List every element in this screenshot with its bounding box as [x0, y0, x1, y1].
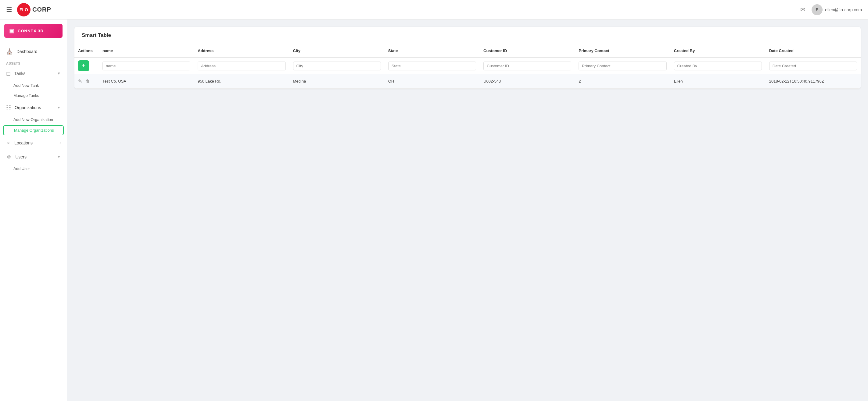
row-primary-contact-cell: 2: [575, 74, 670, 89]
filter-date-created-cell: [766, 58, 861, 74]
row-state-cell: OH: [384, 74, 480, 89]
dashboard-label: Dashboard: [17, 49, 61, 54]
filter-customer-id-cell: [480, 58, 575, 74]
email-icon[interactable]: ✉: [800, 6, 805, 13]
logo-corp-text: CORP: [32, 6, 51, 13]
row-city-cell: Medina: [289, 74, 384, 89]
col-header-name: name: [99, 44, 194, 58]
assets-section-label: ASSETS: [0, 59, 67, 66]
filter-city-input[interactable]: [293, 62, 381, 70]
locations-chevron-icon: ‹: [60, 141, 61, 145]
row-customer-id-cell: U002-543: [480, 74, 575, 89]
tanks-chevron-icon: ▼: [57, 71, 61, 75]
tanks-label: Tanks: [14, 71, 53, 76]
avatar: E: [812, 4, 823, 15]
row-address-cell: 950 Lake Rd.: [194, 74, 289, 89]
col-header-actions: Actions: [74, 44, 99, 58]
filter-primary-contact-input[interactable]: [579, 62, 666, 70]
filter-date-created-input[interactable]: [769, 62, 857, 70]
filter-state-cell: [384, 58, 480, 74]
user-email-label: ellen@flo-corp.com: [825, 7, 862, 12]
add-record-button[interactable]: +: [78, 60, 89, 71]
filter-state-input[interactable]: [388, 62, 476, 70]
smart-table-card: Smart Table Actions name Address: [74, 27, 861, 89]
dashboard-icon: ⛪: [6, 48, 13, 55]
topnav-right: ✉ E ellen@flo-corp.com: [800, 4, 862, 15]
top-navigation: ☰ FLO CORP ✉ E ellen@flo-corp.com: [0, 0, 868, 20]
organizations-chevron-icon: ▼: [57, 105, 61, 110]
logo-flo-text: FLO: [20, 7, 28, 12]
hamburger-menu-icon[interactable]: ☰: [6, 6, 12, 14]
filter-actions-cell: +: [74, 58, 99, 74]
filter-name-input[interactable]: [102, 62, 190, 70]
logo-circle: FLO: [17, 3, 31, 16]
filter-primary-contact-cell: [575, 58, 670, 74]
col-header-city: City: [289, 44, 384, 58]
user-menu[interactable]: E ellen@flo-corp.com: [812, 4, 862, 15]
main-content: Smart Table Actions name Address: [67, 20, 868, 401]
connex-3d-button[interactable]: ▣ CONNEX 3D: [4, 24, 63, 38]
col-header-date-created: Date Created: [766, 44, 861, 58]
users-label: Users: [15, 155, 53, 159]
connex-icon: ▣: [9, 27, 14, 34]
sidebar-item-add-tank[interactable]: Add New Tank: [0, 80, 67, 91]
users-chevron-icon: ▼: [57, 155, 61, 159]
filter-customer-id-input[interactable]: [484, 62, 571, 70]
locations-label: Locations: [14, 140, 56, 145]
col-header-address: Address: [194, 44, 289, 58]
table-row: ✎ 🗑 Test Co. USA 950 Lake Rd.: [74, 74, 861, 89]
organizations-label: Organizations: [14, 105, 53, 110]
sidebar-item-organizations[interactable]: ☷ Organizations ▼: [0, 101, 67, 114]
table-header-row: Actions name Address City: [74, 44, 861, 58]
col-header-primary-contact: Primary Contact: [575, 44, 670, 58]
row-created-by-cell: Ellen: [670, 74, 766, 89]
logo: FLO CORP: [17, 3, 51, 16]
sidebar-item-users[interactable]: ☺ Users ▼: [0, 150, 67, 164]
edit-icon[interactable]: ✎: [78, 78, 82, 84]
organizations-icon: ☷: [6, 104, 11, 111]
col-header-state: State: [384, 44, 480, 58]
sidebar-item-dashboard[interactable]: ⛪ Dashboard: [0, 44, 67, 59]
filter-row: +: [74, 58, 861, 74]
sidebar-item-manage-org[interactable]: Manage Organizations: [3, 125, 64, 135]
row-name-cell: Test Co. USA: [99, 74, 194, 89]
sidebar-item-add-org[interactable]: Add New Organization: [0, 114, 67, 125]
filter-created-by-cell: [670, 58, 766, 74]
sidebar: ▣ CONNEX 3D ⛪ Dashboard ASSETS ◻ Tanks ▼…: [0, 20, 67, 401]
tanks-icon: ◻: [6, 70, 11, 77]
filter-address-cell: [194, 58, 289, 74]
sidebar-item-locations[interactable]: ⚬ Locations ‹: [0, 136, 67, 150]
sidebar-nav: ⛪ Dashboard ASSETS ◻ Tanks ▼ Add New Tan…: [0, 42, 67, 401]
filter-address-input[interactable]: [198, 62, 285, 70]
locations-icon: ⚬: [6, 139, 11, 146]
row-actions-cell: ✎ 🗑: [74, 74, 99, 89]
delete-icon[interactable]: 🗑: [85, 78, 90, 84]
col-header-customer-id: Customer ID: [480, 44, 575, 58]
sidebar-item-add-user[interactable]: Add User: [0, 164, 67, 174]
connex-label: CONNEX 3D: [18, 29, 43, 33]
filter-city-cell: [289, 58, 384, 74]
filter-created-by-input[interactable]: [674, 62, 762, 70]
col-header-created-by: Created By: [670, 44, 766, 58]
sidebar-item-manage-tanks[interactable]: Manage Tanks: [0, 91, 67, 101]
sidebar-item-tanks[interactable]: ◻ Tanks ▼: [0, 66, 67, 80]
row-date-created-cell: 2018-02-12T16:50:40.911796Z: [766, 74, 861, 89]
filter-name-cell: [99, 58, 194, 74]
table-wrap: Actions name Address City: [74, 44, 861, 89]
smart-table-title: Smart Table: [74, 27, 861, 44]
action-icons: ✎ 🗑: [78, 78, 95, 84]
organizations-table: Actions name Address City: [74, 44, 861, 89]
users-icon: ☺: [6, 154, 11, 160]
